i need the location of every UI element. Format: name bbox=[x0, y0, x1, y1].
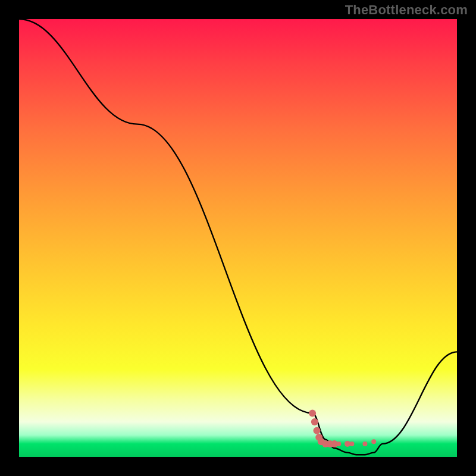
chart-frame: TheBottleneck.com bbox=[0, 0, 476, 476]
highlight-point bbox=[336, 441, 341, 446]
highlight-point bbox=[314, 427, 321, 434]
watermark-text: TheBottleneck.com bbox=[345, 2, 468, 18]
highlight-point bbox=[349, 441, 354, 446]
highlight-markers bbox=[309, 409, 376, 447]
highlight-point bbox=[311, 418, 318, 425]
highlight-point bbox=[309, 409, 316, 416]
plot-area bbox=[19, 19, 457, 457]
highlight-point bbox=[371, 439, 376, 444]
chart-svg bbox=[19, 19, 457, 457]
highlight-point bbox=[362, 441, 367, 446]
bottleneck-curve-path bbox=[19, 19, 457, 455]
